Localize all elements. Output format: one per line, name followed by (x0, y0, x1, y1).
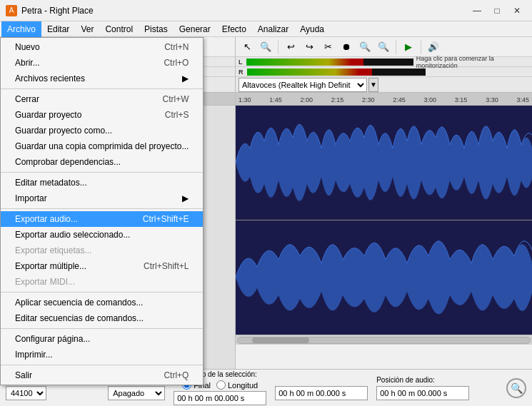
separator-6 (1, 365, 203, 365)
sep2 (396, 40, 396, 54)
separator-4 (1, 292, 203, 293)
menu-exportar-midi: Exportar MIDI... (1, 274, 203, 290)
menu-importar[interactable]: Importar ▶ (1, 191, 203, 206)
volume-btn[interactable]: 🔊 (425, 39, 442, 56)
menu-control[interactable]: Control (99, 21, 139, 37)
selection-start-input[interactable] (174, 391, 266, 405)
waveform-svg-bottom (236, 220, 532, 335)
output-device-select[interactable]: Altavoces (Realtek High Definit (239, 78, 367, 92)
menu-exportar-multiple[interactable]: Exportar múltiple... Ctrl+Shift+L (1, 258, 203, 274)
separator-1 (1, 88, 203, 89)
zoom-tool[interactable]: 🔍 (257, 39, 274, 56)
frequency-select[interactable]: 44100 (6, 386, 46, 400)
menu-guardar-copia[interactable]: Guardar una copia comprimida del proyect… (1, 138, 203, 154)
silence-btn[interactable]: ⏺ (338, 39, 355, 56)
audio-position-field: Posición de audio: (376, 376, 469, 400)
menu-editar[interactable]: Editar (41, 21, 75, 37)
scrollbar-thumb[interactable] (252, 338, 309, 343)
trim-btn[interactable]: ✂ (319, 39, 336, 56)
menu-abrir[interactable]: Abrir... Ctrl+O (1, 55, 203, 71)
R-label: R (239, 68, 247, 76)
longitud-radio[interactable] (216, 380, 226, 390)
app-icon: A (6, 5, 17, 16)
L-meter[interactable] (246, 59, 413, 66)
menu-configurar-pagina[interactable]: Configurar página... (1, 331, 203, 347)
undo-btn[interactable]: ↩ (282, 39, 299, 56)
output-dropdown-btn[interactable]: ▼ (368, 78, 378, 92)
timeline: 1:30 1:45 2:00 2:15 2:30 2:45 3:00 3:15 … (236, 93, 532, 106)
menu-aplicar-secuencia[interactable]: Aplicar secuencia de comandos... (1, 295, 203, 310)
window-controls: — □ ✕ (468, 4, 526, 18)
close-button[interactable]: ✕ (508, 4, 526, 18)
snap-select[interactable]: Apagado (108, 386, 165, 400)
cursor-tool[interactable]: ↖ (239, 39, 256, 56)
audio-position-input[interactable] (376, 386, 469, 400)
sep1 (278, 40, 278, 54)
menu-cerrar[interactable]: Cerrar Ctrl+W (1, 91, 203, 107)
waveform-svg-top (236, 106, 532, 220)
menu-comprobar-dependencias[interactable]: Comprobar dependencias... (1, 154, 203, 170)
menu-imprimir[interactable]: Imprimir... (1, 347, 203, 362)
menu-exportar-etiquetas: Exportar etiquetas... (1, 243, 203, 258)
search-icon-container: 🔍 (506, 378, 526, 398)
longitud-radio-label[interactable]: Longitud (216, 380, 258, 390)
menu-efecto[interactable]: Efecto (216, 21, 252, 37)
audio-position-label: Posición de audio: (376, 376, 469, 384)
window-title: Petra - Right Place (21, 6, 468, 16)
zoom-out-btn[interactable]: 🔍 (375, 39, 392, 56)
menu-guardar-proyecto-como[interactable]: Guardar proyecto como... (1, 123, 203, 138)
menu-editar-secuencias[interactable]: Editar secuencias de comandos... (1, 310, 203, 326)
separator-3 (1, 208, 203, 209)
R-meter-fill (247, 68, 372, 76)
title-bar: A Petra - Right Place — □ ✕ (0, 0, 532, 21)
maximize-button[interactable]: □ (488, 4, 506, 18)
L-label: L (239, 59, 246, 66)
scrollbar-horizontal[interactable] (236, 335, 532, 345)
separator-2 (1, 172, 203, 173)
L-meter-fill (246, 59, 363, 66)
menu-analizar[interactable]: Analizar (252, 21, 294, 37)
menu-archivos-recientes[interactable]: Archivos recientes ▶ (1, 71, 203, 86)
menu-exportar-audio[interactable]: Exportar audio... Ctrl+Shift+E (1, 211, 203, 227)
minimize-button[interactable]: — (468, 4, 486, 18)
menu-ayuda[interactable]: Ayuda (294, 21, 330, 37)
menu-ver[interactable]: Ver (75, 21, 99, 37)
play-btn[interactable]: ▶ (400, 39, 417, 56)
menu-editar-metadatos[interactable]: Editar metadatos... (1, 175, 203, 191)
sep3 (421, 40, 421, 54)
waveform-top[interactable] (236, 106, 532, 220)
menu-salir[interactable]: Salir Ctrl+Q (1, 367, 203, 383)
menu-generar[interactable]: Generar (174, 21, 216, 37)
meter-hint: Haga clic para comenzar la monitorizació… (413, 55, 529, 69)
menu-pistas[interactable]: Pistas (139, 21, 174, 37)
redo-btn[interactable]: ↪ (301, 39, 318, 56)
menu-guardar-proyecto[interactable]: Guardar proyecto Ctrl+S (1, 107, 203, 123)
menu-nuevo[interactable]: Nuevo Ctrl+N (1, 39, 203, 55)
zoom-in-btn[interactable]: 🔍 (356, 39, 373, 56)
selection-end-input[interactable] (275, 386, 368, 400)
selection-end-field (275, 376, 368, 400)
menu-archivo[interactable]: Archivo (1, 21, 41, 37)
search-icon[interactable]: 🔍 (506, 378, 526, 398)
R-meter[interactable] (247, 68, 426, 76)
menu-bar: Archivo Editar Ver Control Pistas Genera… (0, 21, 532, 37)
waveform-bottom[interactable] (236, 220, 532, 335)
archivo-dropdown: Nuevo Ctrl+N Abrir... Ctrl+O Archivos re… (0, 37, 204, 385)
separator-5 (1, 328, 203, 329)
menu-exportar-audio-sel[interactable]: Exportar audio seleccionado... (1, 227, 203, 243)
